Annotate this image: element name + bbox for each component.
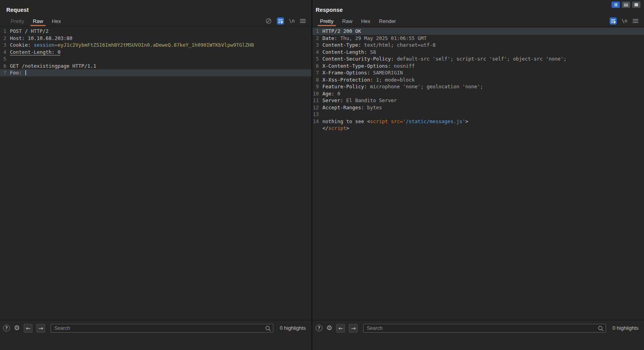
code-line[interactable]: </script> [313, 125, 644, 132]
code-line[interactable]: 5Content-Security-Policy: default-src 's… [313, 55, 644, 63]
request-editor-tools: \n [265, 16, 310, 26]
code-line[interactable]: 6X-Content-Type-Options: nosniff [313, 63, 644, 70]
tab-response-hex[interactable]: Hex [357, 16, 375, 26]
bottom-gap [313, 336, 644, 350]
show-newlines-toggle[interactable]: \n [289, 18, 295, 24]
line-number: 10 [313, 90, 321, 97]
code-line[interactable]: 10Age: 0 [313, 90, 644, 97]
response-search-input[interactable] [363, 324, 606, 333]
layout-maximize-button[interactable] [632, 2, 640, 8]
response-searchbox [363, 324, 606, 333]
code-line[interactable]: 3Content-Type: text/html; charset=utf-8 [313, 42, 644, 49]
code-line[interactable]: 12Accept-Ranges: bytes [313, 104, 644, 111]
request-editor[interactable]: 1POST / HTTP/22Host: 10.10.68.203:803Coo… [0, 27, 311, 320]
code-line[interactable]: 3Cookie: session=eyJ1c2VybmFtZSI6ImhBY2t… [0, 42, 311, 49]
square-icon [635, 3, 638, 6]
tab-label: Hex [361, 18, 370, 24]
response-statusbar: ? ⚙ ← → 0 highlights [313, 320, 644, 336]
tab-request-hex[interactable]: Hex [47, 16, 65, 26]
prev-match-button[interactable]: ← [336, 324, 345, 333]
tab-response-pretty[interactable]: Pretty [316, 16, 338, 26]
line-number: 2 [0, 35, 9, 42]
line-content: nothing to see <script src='/static/mess… [321, 118, 644, 125]
code-line[interactable]: 7X-Frame-Options: SAMEORIGIN [313, 69, 644, 76]
prev-match-button[interactable]: ← [24, 324, 32, 333]
code-line[interactable]: 13 [313, 111, 644, 118]
tab-request-pretty[interactable]: Pretty [6, 16, 28, 26]
next-match-button[interactable]: → [36, 324, 45, 333]
pause-button[interactable] [612, 2, 620, 8]
request-tabbar: Pretty Raw Hex [0, 16, 311, 27]
prohibited-icon[interactable] [265, 18, 272, 24]
response-highlights-count: 0 highlights [612, 325, 638, 331]
line-content: Content-Security-Policy: default-src 'se… [321, 55, 644, 63]
code-line[interactable]: 1POST / HTTP/2 [0, 28, 311, 35]
tab-response-raw[interactable]: Raw [338, 16, 357, 26]
line-content: Accept-Ranges: bytes [321, 104, 644, 111]
rows-icon [624, 3, 628, 6]
line-content: Age: 0 [321, 90, 644, 97]
layout-rows-button[interactable] [622, 2, 630, 8]
line-content: </script> [321, 125, 644, 132]
request-highlights-count: 0 highlights [280, 325, 306, 331]
line-number: 12 [313, 104, 321, 111]
request-panel: Request Pretty Raw Hex [0, 0, 311, 350]
code-line[interactable]: 2Host: 10.10.68.203:80 [0, 35, 311, 42]
code-line[interactable]: 4Content-Length: 58 [313, 49, 644, 56]
line-number [313, 125, 321, 132]
code-line[interactable]: 7Foo: [0, 69, 311, 76]
line-content: Host: 10.10.68.203:80 [9, 35, 311, 42]
code-line[interactable]: 9Feature-Policy: microphone 'none'; geol… [313, 83, 644, 90]
line-content: Date: Thu, 29 May 2025 01:06:55 GMT [321, 35, 644, 42]
line-content: Foo: [9, 69, 311, 76]
bottom-gap [0, 336, 311, 350]
request-search-input[interactable] [51, 324, 273, 333]
request-panel-title: Request [0, 0, 311, 16]
gear-icon[interactable]: ⚙ [326, 325, 332, 331]
line-content: GET /notexistingpage HTTP/1.1 [9, 63, 311, 70]
next-match-button[interactable]: → [349, 324, 358, 333]
line-number: 3 [0, 42, 9, 49]
line-number: 5 [0, 55, 9, 63]
tab-label: Pretty [320, 18, 333, 24]
line-content: Server: El Bandito Server [321, 97, 644, 104]
line-content: Cookie: session=eyJ1c2VybmFtZSI6ImhBY2tM… [9, 42, 311, 49]
line-content: Content-Length: 0 [9, 49, 311, 56]
code-line[interactable]: 1HTTP/2 200 OK [313, 28, 644, 35]
code-line[interactable]: 8X-Xss-Protection: 1; mode=block [313, 76, 644, 84]
line-number: 4 [313, 49, 321, 56]
code-line[interactable]: 6GET /notexistingpage HTTP/1.1 [0, 63, 311, 70]
line-number: 2 [313, 35, 321, 42]
code-line[interactable]: 11Server: El Bandito Server [313, 97, 644, 104]
pause-icon [615, 3, 617, 6]
line-number: 6 [313, 63, 321, 70]
code-line[interactable]: 2Date: Thu, 29 May 2025 01:06:55 GMT [313, 35, 644, 42]
help-icon[interactable]: ? [3, 325, 10, 331]
show-newlines-toggle[interactable]: \n [622, 18, 627, 24]
repeater-window: Request Pretty Raw Hex [0, 0, 644, 350]
gear-icon[interactable]: ⚙ [14, 325, 20, 331]
response-panel-title: Response [313, 0, 644, 16]
code-line[interactable]: 5 [0, 55, 311, 63]
line-content: HTTP/2 200 OK [321, 28, 644, 35]
line-content: X-Frame-Options: SAMEORIGIN [321, 69, 644, 76]
menu-icon[interactable] [300, 19, 306, 23]
response-editor[interactable]: 1HTTP/2 200 OK2Date: Thu, 29 May 2025 01… [313, 27, 644, 320]
tab-label: Pretty [11, 18, 24, 24]
code-line[interactable]: 4Content-Length: 0 [0, 49, 311, 56]
line-number: 13 [313, 111, 321, 118]
code-line[interactable]: 14nothing to see <script src='/static/me… [313, 118, 644, 125]
line-number: 3 [313, 42, 321, 49]
help-icon[interactable]: ? [316, 325, 322, 331]
line-number: 4 [0, 49, 9, 56]
line-number: 7 [0, 69, 9, 76]
word-wrap-toggle-icon[interactable] [277, 17, 284, 25]
tab-request-raw[interactable]: Raw [28, 16, 47, 26]
word-wrap-toggle-icon[interactable] [610, 17, 617, 25]
menu-icon[interactable] [633, 19, 638, 23]
line-content [9, 55, 311, 63]
tab-label: Render [379, 18, 396, 24]
line-number: 8 [313, 76, 321, 84]
tab-response-render[interactable]: Render [375, 16, 400, 26]
line-content: Feature-Policy: microphone 'none'; geolo… [321, 83, 644, 90]
